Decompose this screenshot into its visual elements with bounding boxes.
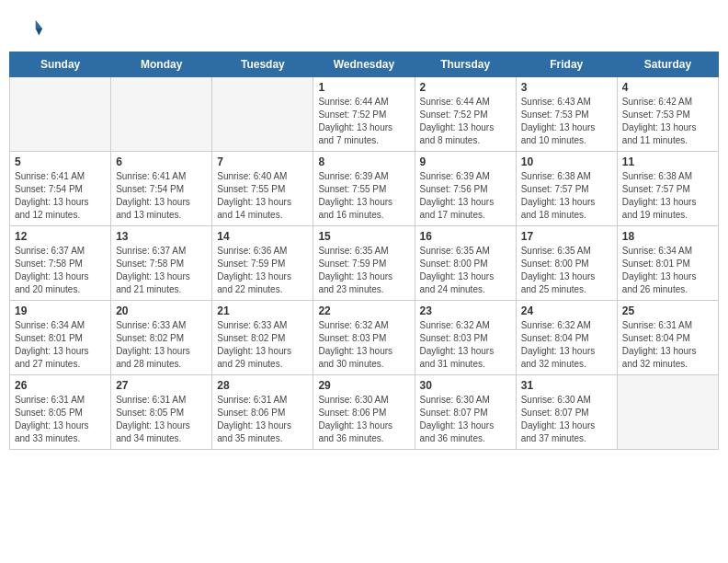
calendar-cell: 8Sunrise: 6:39 AM Sunset: 7:55 PM Daylig… bbox=[313, 152, 415, 226]
day-number: 19 bbox=[15, 304, 106, 317]
day-number: 14 bbox=[217, 230, 308, 243]
calendar-header-tuesday: Tuesday bbox=[212, 52, 313, 77]
calendar-cell: 30Sunrise: 6:30 AM Sunset: 8:07 PM Dayli… bbox=[415, 375, 516, 450]
calendar-cell: 15Sunrise: 6:35 AM Sunset: 7:59 PM Dayli… bbox=[313, 226, 415, 301]
day-info: Sunrise: 6:37 AM Sunset: 7:58 PM Dayligh… bbox=[15, 245, 106, 296]
day-info: Sunrise: 6:35 AM Sunset: 8:00 PM Dayligh… bbox=[521, 245, 612, 296]
day-info: Sunrise: 6:38 AM Sunset: 7:57 PM Dayligh… bbox=[521, 170, 612, 222]
day-number: 30 bbox=[420, 379, 511, 392]
day-info: Sunrise: 6:42 AM Sunset: 7:53 PM Dayligh… bbox=[622, 96, 713, 147]
calendar-cell bbox=[111, 77, 212, 152]
logo-icon bbox=[18, 17, 44, 42]
day-info: Sunrise: 6:34 AM Sunset: 8:01 PM Dayligh… bbox=[622, 245, 713, 296]
calendar-cell bbox=[617, 375, 718, 450]
calendar-cell bbox=[10, 77, 111, 152]
calendar-header-monday: Monday bbox=[111, 52, 212, 77]
calendar-cell: 18Sunrise: 6:34 AM Sunset: 8:01 PM Dayli… bbox=[617, 226, 718, 301]
day-number: 15 bbox=[318, 230, 409, 243]
calendar-cell: 5Sunrise: 6:41 AM Sunset: 7:54 PM Daylig… bbox=[10, 152, 111, 226]
calendar-cell bbox=[212, 77, 313, 152]
day-info: Sunrise: 6:34 AM Sunset: 8:01 PM Dayligh… bbox=[15, 319, 106, 371]
day-info: Sunrise: 6:41 AM Sunset: 7:54 PM Dayligh… bbox=[15, 170, 106, 222]
calendar-cell: 21Sunrise: 6:33 AM Sunset: 8:02 PM Dayli… bbox=[212, 301, 313, 375]
calendar-week-row: 12Sunrise: 6:37 AM Sunset: 7:58 PM Dayli… bbox=[10, 226, 719, 301]
day-number: 9 bbox=[420, 155, 511, 168]
calendar-cell: 12Sunrise: 6:37 AM Sunset: 7:58 PM Dayli… bbox=[10, 226, 111, 301]
calendar-cell: 6Sunrise: 6:41 AM Sunset: 7:54 PM Daylig… bbox=[111, 152, 212, 226]
day-number: 17 bbox=[521, 230, 612, 243]
day-number: 11 bbox=[622, 155, 713, 168]
day-number: 6 bbox=[116, 155, 207, 168]
day-info: Sunrise: 6:32 AM Sunset: 8:03 PM Dayligh… bbox=[420, 319, 511, 371]
day-info: Sunrise: 6:30 AM Sunset: 8:07 PM Dayligh… bbox=[420, 394, 511, 445]
calendar-cell: 17Sunrise: 6:35 AM Sunset: 8:00 PM Dayli… bbox=[516, 226, 617, 301]
calendar-cell: 31Sunrise: 6:30 AM Sunset: 8:07 PM Dayli… bbox=[516, 375, 617, 450]
calendar-week-row: 19Sunrise: 6:34 AM Sunset: 8:01 PM Dayli… bbox=[10, 301, 719, 375]
calendar-cell: 3Sunrise: 6:43 AM Sunset: 7:53 PM Daylig… bbox=[516, 77, 617, 152]
calendar-cell: 22Sunrise: 6:32 AM Sunset: 8:03 PM Dayli… bbox=[313, 301, 415, 375]
calendar-header-thursday: Thursday bbox=[415, 52, 516, 77]
day-info: Sunrise: 6:31 AM Sunset: 8:05 PM Dayligh… bbox=[15, 394, 106, 445]
day-number: 29 bbox=[318, 379, 409, 392]
calendar-header-row: SundayMondayTuesdayWednesdayThursdayFrid… bbox=[10, 52, 719, 77]
day-info: Sunrise: 6:32 AM Sunset: 8:03 PM Dayligh… bbox=[318, 319, 409, 371]
day-info: Sunrise: 6:31 AM Sunset: 8:06 PM Dayligh… bbox=[217, 394, 308, 445]
day-info: Sunrise: 6:31 AM Sunset: 8:05 PM Dayligh… bbox=[116, 394, 207, 445]
day-number: 16 bbox=[420, 230, 511, 243]
day-number: 27 bbox=[116, 379, 207, 392]
day-info: Sunrise: 6:43 AM Sunset: 7:53 PM Dayligh… bbox=[521, 96, 612, 147]
day-number: 12 bbox=[15, 230, 106, 243]
day-info: Sunrise: 6:30 AM Sunset: 8:07 PM Dayligh… bbox=[521, 394, 612, 445]
calendar-cell: 11Sunrise: 6:38 AM Sunset: 7:57 PM Dayli… bbox=[617, 152, 718, 226]
day-info: Sunrise: 6:38 AM Sunset: 7:57 PM Dayligh… bbox=[622, 170, 713, 222]
day-info: Sunrise: 6:36 AM Sunset: 7:59 PM Dayligh… bbox=[217, 245, 308, 296]
calendar-cell: 1Sunrise: 6:44 AM Sunset: 7:52 PM Daylig… bbox=[313, 77, 415, 152]
calendar-week-row: 5Sunrise: 6:41 AM Sunset: 7:54 PM Daylig… bbox=[10, 152, 719, 226]
day-number: 31 bbox=[521, 379, 612, 392]
day-info: Sunrise: 6:32 AM Sunset: 8:04 PM Dayligh… bbox=[521, 319, 612, 371]
day-number: 5 bbox=[15, 155, 106, 168]
day-number: 26 bbox=[15, 379, 106, 392]
calendar-cell: 14Sunrise: 6:36 AM Sunset: 7:59 PM Dayli… bbox=[212, 226, 313, 301]
calendar-cell: 13Sunrise: 6:37 AM Sunset: 7:58 PM Dayli… bbox=[111, 226, 212, 301]
svg-marker-1 bbox=[36, 29, 42, 35]
calendar-cell: 16Sunrise: 6:35 AM Sunset: 8:00 PM Dayli… bbox=[415, 226, 516, 301]
day-number: 8 bbox=[318, 155, 409, 168]
day-info: Sunrise: 6:37 AM Sunset: 7:58 PM Dayligh… bbox=[116, 245, 207, 296]
calendar-cell: 19Sunrise: 6:34 AM Sunset: 8:01 PM Dayli… bbox=[10, 301, 111, 375]
day-info: Sunrise: 6:41 AM Sunset: 7:54 PM Dayligh… bbox=[116, 170, 207, 222]
calendar-header-sunday: Sunday bbox=[10, 52, 111, 77]
day-info: Sunrise: 6:33 AM Sunset: 8:02 PM Dayligh… bbox=[217, 319, 308, 371]
day-number: 10 bbox=[521, 155, 612, 168]
calendar-header-saturday: Saturday bbox=[617, 52, 718, 77]
calendar-cell: 20Sunrise: 6:33 AM Sunset: 8:02 PM Dayli… bbox=[111, 301, 212, 375]
day-number: 13 bbox=[116, 230, 207, 243]
calendar-cell: 29Sunrise: 6:30 AM Sunset: 8:06 PM Dayli… bbox=[313, 375, 415, 450]
day-info: Sunrise: 6:35 AM Sunset: 7:59 PM Dayligh… bbox=[318, 245, 409, 296]
logo bbox=[18, 17, 48, 42]
day-info: Sunrise: 6:40 AM Sunset: 7:55 PM Dayligh… bbox=[217, 170, 308, 222]
day-info: Sunrise: 6:44 AM Sunset: 7:52 PM Dayligh… bbox=[318, 96, 409, 147]
calendar-cell: 4Sunrise: 6:42 AM Sunset: 7:53 PM Daylig… bbox=[617, 77, 718, 152]
calendar-cell: 27Sunrise: 6:31 AM Sunset: 8:05 PM Dayli… bbox=[111, 375, 212, 450]
day-info: Sunrise: 6:39 AM Sunset: 7:55 PM Dayligh… bbox=[318, 170, 409, 222]
day-info: Sunrise: 6:33 AM Sunset: 8:02 PM Dayligh… bbox=[116, 319, 207, 371]
calendar-week-row: 26Sunrise: 6:31 AM Sunset: 8:05 PM Dayli… bbox=[10, 375, 719, 450]
day-number: 18 bbox=[622, 230, 713, 243]
day-number: 24 bbox=[521, 304, 612, 317]
calendar-table: SundayMondayTuesdayWednesdayThursdayFrid… bbox=[9, 52, 719, 450]
calendar-week-row: 1Sunrise: 6:44 AM Sunset: 7:52 PM Daylig… bbox=[10, 77, 719, 152]
page-header bbox=[9, 9, 719, 46]
day-number: 2 bbox=[420, 81, 511, 94]
calendar-header-wednesday: Wednesday bbox=[313, 52, 415, 77]
day-number: 22 bbox=[318, 304, 409, 317]
day-number: 21 bbox=[217, 304, 308, 317]
calendar-cell: 28Sunrise: 6:31 AM Sunset: 8:06 PM Dayli… bbox=[212, 375, 313, 450]
calendar-cell: 25Sunrise: 6:31 AM Sunset: 8:04 PM Dayli… bbox=[617, 301, 718, 375]
day-number: 1 bbox=[318, 81, 409, 94]
calendar-cell: 26Sunrise: 6:31 AM Sunset: 8:05 PM Dayli… bbox=[10, 375, 111, 450]
calendar-cell: 7Sunrise: 6:40 AM Sunset: 7:55 PM Daylig… bbox=[212, 152, 313, 226]
day-info: Sunrise: 6:39 AM Sunset: 7:56 PM Dayligh… bbox=[420, 170, 511, 222]
day-info: Sunrise: 6:35 AM Sunset: 8:00 PM Dayligh… bbox=[420, 245, 511, 296]
calendar-cell: 9Sunrise: 6:39 AM Sunset: 7:56 PM Daylig… bbox=[415, 152, 516, 226]
